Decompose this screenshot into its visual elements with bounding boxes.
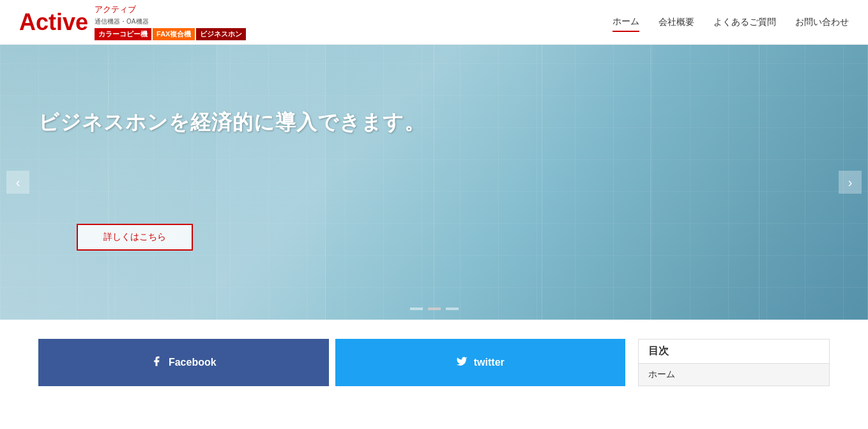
toc-area: 目次 ホーム — [638, 339, 830, 386]
hero-columns — [0, 45, 868, 320]
main-nav: ホーム 会社概要 よくあるご質問 お問い合わせ — [613, 13, 849, 32]
logo-sub-text: 通信機器・OA機器 — [95, 17, 246, 26]
twitter-button[interactable]: twitter — [335, 339, 626, 386]
nav-item-home[interactable]: ホーム — [613, 13, 639, 32]
hero-col-6 — [542, 45, 651, 320]
logo-tag-copier: カラーコピー機 — [95, 28, 151, 40]
social-area: Facebook twitter — [38, 339, 625, 386]
hero-col-4 — [326, 45, 434, 320]
twitter-label: twitter — [474, 357, 505, 368]
logo-area: Active アクティブ 通信機器・OA機器 カラーコピー機 FAX複合機 ビジ… — [19, 4, 246, 40]
slider-next-button[interactable]: › — [839, 171, 862, 194]
nav-item-about[interactable]: 会社概要 — [659, 13, 694, 31]
hero-col-3 — [217, 45, 326, 320]
nav-item-contact[interactable]: お問い合わせ — [795, 13, 849, 31]
logo-tags: カラーコピー機 FAX複合機 ビジネスホン — [95, 28, 246, 40]
facebook-button[interactable]: Facebook — [38, 339, 329, 386]
logo-tag-fax: FAX複合機 — [153, 28, 195, 40]
facebook-icon — [151, 355, 162, 370]
hero-cta-button[interactable]: 詳しくはこちら — [77, 224, 193, 251]
hero-col-7 — [651, 45, 759, 320]
logo-tag-bizphone: ビジネスホン — [196, 28, 246, 40]
chevron-left-icon: ‹ — [16, 175, 20, 190]
slider-dot-3[interactable] — [446, 308, 459, 310]
hero-slider: ビジネスホンを経済的に導入できます。 詳しくはこちら ‹ › — [0, 45, 868, 320]
site-header: Active アクティブ 通信機器・OA機器 カラーコピー機 FAX複合機 ビジ… — [0, 0, 868, 45]
logo-subtitle: アクティブ 通信機器・OA機器 カラーコピー機 FAX複合機 ビジネスホン — [95, 4, 246, 40]
slider-dots — [410, 308, 459, 310]
slider-dot-1[interactable] — [410, 308, 423, 310]
hero-col-2 — [109, 45, 217, 320]
twitter-icon — [456, 355, 468, 370]
logo-main: Active — [19, 9, 88, 36]
toc-title: 目次 — [639, 339, 829, 363]
chevron-right-icon: › — [848, 175, 853, 190]
facebook-label: Facebook — [169, 357, 217, 368]
toc-item-home[interactable]: ホーム — [639, 363, 829, 386]
hero-headline: ビジネスホンを経済的に導入できます。 — [38, 109, 425, 137]
logo-jp-text: アクティブ — [95, 4, 246, 15]
slider-dot-2[interactable] — [428, 308, 441, 310]
nav-item-faq[interactable]: よくあるご質問 — [713, 13, 776, 31]
hero-col-5 — [434, 45, 543, 320]
bottom-section: Facebook twitter 目次 ホーム — [0, 320, 868, 405]
slider-prev-button[interactable]: ‹ — [6, 171, 29, 194]
logo-active-text: Active — [19, 9, 88, 35]
